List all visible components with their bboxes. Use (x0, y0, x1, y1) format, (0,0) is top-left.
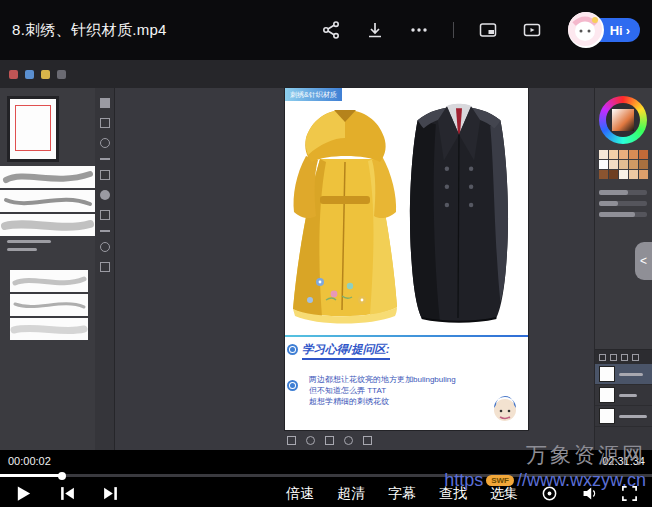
download-icon[interactable] (365, 20, 385, 40)
brush-preview (0, 214, 95, 236)
canvas-footer-icon (325, 436, 334, 445)
color-swatch (619, 160, 628, 169)
tool-icon (100, 98, 110, 108)
brush-preview (10, 318, 88, 340)
canvas-surround: 刺绣&针织材质 (115, 88, 595, 450)
note-line: 两边都想让花纹亮的地方更加bulingbuling (309, 374, 456, 385)
canvas-footer-icon (344, 436, 353, 445)
note-line: 超想学精细的刺绣花纹 (309, 396, 456, 407)
paint-app-frame: 刺绣&针织材质 (0, 60, 652, 450)
layers-header-icon (599, 354, 606, 361)
quality-button[interactable]: 超清 (337, 485, 365, 503)
navigator-view-rect (15, 105, 51, 151)
speed-button[interactable]: 倍速 (286, 485, 314, 503)
layers-panel (595, 349, 652, 450)
secondary-controls: 倍速 超清 字幕 查找 选集 (286, 485, 638, 503)
avatar[interactable] (568, 12, 604, 48)
share-icon[interactable] (321, 20, 341, 40)
playlist-button[interactable]: 选集 (490, 485, 518, 503)
record-icon[interactable] (541, 485, 558, 502)
app-toolbar-icon (57, 70, 66, 79)
color-swatch (639, 150, 648, 159)
account-widget[interactable]: Hi › (568, 12, 640, 48)
find-button[interactable]: 查找 (439, 485, 467, 503)
slider (599, 201, 647, 206)
color-swatch (639, 160, 648, 169)
seekbar[interactable] (0, 474, 652, 477)
color-wheel (599, 96, 647, 144)
layers-header-icon (621, 354, 628, 361)
color-wheel-square (612, 109, 634, 131)
player-window: 8.刺绣、针织材质.mp4 (0, 0, 652, 507)
black-coat-illustration (393, 90, 525, 324)
tool-icon (100, 230, 110, 232)
hi-button-label: Hi (610, 23, 623, 38)
canvas-thumbnail (10, 99, 56, 159)
color-swatch (609, 170, 618, 179)
more-icon[interactable] (409, 20, 429, 40)
tool-strip (95, 88, 115, 450)
tool-icon (100, 210, 110, 220)
color-swatches (599, 150, 649, 179)
tool-icon (100, 118, 110, 128)
app-toolbar-icon (9, 70, 18, 79)
panel-collapse-arrow: < (635, 242, 652, 280)
layer-name-text (619, 415, 647, 418)
navigator-panel (7, 96, 59, 162)
brush-label-text (7, 240, 51, 251)
total-duration: 02:31:34 (602, 455, 645, 467)
brush-preview (10, 270, 88, 292)
player-titlebar: 8.刺绣、针织材质.mp4 (0, 0, 652, 60)
layers-header-icon (610, 354, 617, 361)
note-line: 但不知道怎么弄 TTAT (309, 385, 456, 396)
brush-preview-list (0, 166, 95, 238)
video-surface[interactable]: 刺绣&针织材质 (0, 60, 652, 450)
layer-thumbnail (599, 366, 615, 382)
canvas-footer-icons (287, 436, 372, 445)
slider-panel (599, 190, 647, 223)
transport-controls (14, 484, 119, 503)
brush-preview (0, 166, 95, 188)
layers-header-icon (632, 354, 639, 361)
canvas-footer-icon (306, 436, 315, 445)
color-swatch (599, 150, 608, 159)
color-swatch (619, 150, 628, 159)
brush-preview-list-2 (10, 270, 88, 342)
left-panel-column (0, 88, 96, 450)
layer-name-text (619, 394, 637, 397)
avatar-illustration (568, 12, 602, 46)
fullscreen-icon[interactable] (621, 485, 638, 502)
previous-button[interactable] (59, 485, 76, 502)
tool-icon (100, 242, 110, 252)
video-title: 8.刺绣、针织材质.mp4 (12, 21, 167, 40)
app-toolbar-icon (41, 70, 50, 79)
volume-icon[interactable] (581, 485, 598, 502)
bullet-icon (287, 344, 298, 355)
color-swatch (599, 160, 608, 169)
tool-icon (100, 170, 110, 180)
seekbar-handle[interactable] (58, 472, 66, 480)
control-bar: 倍速 超清 字幕 查找 选集 (0, 480, 652, 507)
tool-icon (100, 190, 110, 200)
seekbar-fill (0, 474, 62, 477)
tool-icon (100, 158, 110, 160)
canvas-footer-icon (287, 436, 296, 445)
next-button[interactable] (102, 485, 119, 502)
handwritten-notes: 两边都想让花纹亮的地方更加bulingbuling 但不知道怎么弄 TTAT 超… (309, 374, 456, 407)
qa-section-heading: 学习心得/提问区: (302, 342, 390, 360)
color-swatch (619, 170, 628, 179)
cast-icon[interactable] (522, 20, 542, 40)
play-button[interactable] (14, 484, 33, 503)
color-swatch (639, 170, 648, 179)
color-swatch (599, 170, 608, 179)
mascot-illustration (490, 389, 520, 425)
yellow-coat-illustration (289, 104, 401, 324)
color-swatch (609, 160, 618, 169)
color-swatch (609, 150, 618, 159)
layer-row (595, 364, 652, 385)
slider (599, 190, 647, 195)
subtitle-button[interactable]: 字幕 (388, 485, 416, 503)
pip-icon[interactable] (478, 20, 498, 40)
tool-icon (100, 262, 110, 272)
layer-row (595, 385, 652, 406)
